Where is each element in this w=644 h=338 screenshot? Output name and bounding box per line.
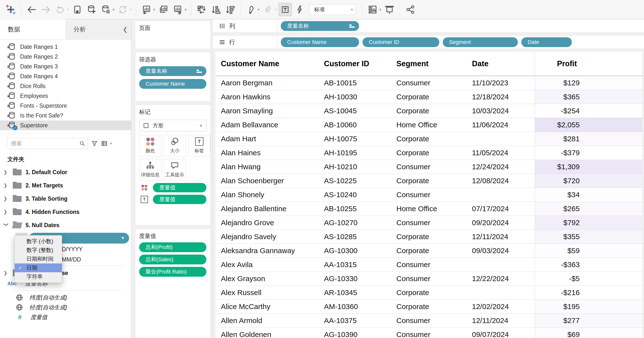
cell-customer-id[interactable]: AH-10030 [318,90,391,104]
datasource-item[interactable]: ✓ Fonts - Superstore [0,101,131,111]
vertical-scrollbar[interactable] [643,52,644,338]
pages-card[interactable]: 页面 [135,20,210,49]
cell-customer-name[interactable]: Aleksandra Gannaway [216,244,318,258]
rows-shelf[interactable]: 行 Customer Name Customer ID Segment Date [212,36,644,49]
collapse-pane-icon[interactable]: ❮ [123,26,128,33]
cell-customer-id[interactable]: AA-10315 [318,258,391,272]
cell-customer-id[interactable]: AH-10075 [318,132,391,146]
show-me-dropdown-caret[interactable]: ▾ [380,7,382,12]
cell-customer-id[interactable]: AS-10285 [318,230,391,244]
new-worksheet-button[interactable] [140,3,153,16]
clear-dropdown-caret[interactable]: ▾ [184,7,186,12]
cell-date[interactable]: 11/10/2023 [466,76,535,90]
table-row[interactable]: Aaron Bergman AB-10015 Consumer 11/10/20… [216,76,643,90]
share-button[interactable] [404,3,417,16]
table-row[interactable]: Adam Bellavance AB-10060 Home Office 11/… [216,118,643,132]
rows-pill-segment[interactable]: Segment [443,37,518,47]
cell-profit[interactable]: $129 [535,76,642,90]
duplicate-button[interactable] [157,3,170,16]
table-row[interactable]: Alex Grayson AG-10330 Consumer 12/22/202… [216,272,643,286]
measure-values-card[interactable]: 度量值 总和(Profit) 总和(Sales) 聚合(Profit Ratio… [135,229,210,338]
undo-button[interactable] [25,3,38,16]
cell-profit[interactable]: $277 [535,314,642,328]
cell-date[interactable]: 12/22/2024 [466,272,535,286]
cell-segment[interactable]: Home Office [391,118,466,132]
swap-axes-button[interactable] [195,3,208,16]
table-row[interactable]: Adam Hart AH-10075 Corporate $281 [216,132,643,146]
tab-analytics[interactable]: 分析 [66,19,131,39]
table-row[interactable]: Alejandro Ballentine AB-10255 Home Offic… [216,202,643,216]
cell-customer-id[interactable]: AH-10195 [318,146,391,160]
cell-customer-id[interactable]: AS-10225 [318,174,391,188]
cell-segment[interactable]: Corporate [391,104,466,118]
cell-customer-id[interactable]: AR-10345 [318,286,391,300]
cell-profit[interactable]: $355 [535,230,642,244]
cell-date[interactable] [466,132,535,146]
cell-date[interactable]: 11/05/2024 [466,146,535,160]
cell-date[interactable] [466,188,535,202]
cell-segment[interactable]: Consumer [391,272,466,286]
cell-customer-name[interactable]: Alejandro Grove [216,216,318,230]
cell-customer-name[interactable]: Alan Hwang [216,160,318,174]
mark-type-dropdown[interactable]: 方形 ▼ [139,120,206,131]
cell-segment[interactable]: Home Office [391,202,466,216]
datasource-item[interactable]: ✓ Date Ranges 2 [0,52,131,61]
rows-pill-customer-id[interactable]: Customer ID [362,37,439,47]
cell-customer-name[interactable]: Alejandro Savely [216,230,318,244]
expand-chevron-icon[interactable]: ❯ [4,209,9,215]
cell-profit[interactable]: $720 [535,174,642,188]
pause-dropdown-caret[interactable]: ▾ [113,7,114,12]
pill-sum-sales[interactable]: 总和(Sales) [139,255,206,264]
pill-dropdown-caret[interactable]: ▼ [121,236,125,240]
cell-date[interactable]: 11/06/2024 [466,118,535,132]
fit-mode-dropdown[interactable]: 标准 ▾ [310,4,356,15]
table-row[interactable]: Aaron Hawkins AH-10030 Corporate 12/18/2… [216,90,643,104]
cell-profit[interactable]: $59 [535,244,642,258]
table-row[interactable]: Alex Avila AA-10315 Consumer -$363 [216,258,643,272]
filter-fields-icon[interactable] [91,140,98,147]
show-me-button[interactable] [366,3,379,16]
tab-data[interactable]: 数据 [0,19,66,39]
cell-profit[interactable]: $195 [535,300,642,314]
menu-item[interactable]: ✓ 日期 [15,264,62,272]
fix-axes-button[interactable] [293,3,306,16]
highlight-button[interactable] [244,3,257,16]
color-button[interactable]: 颜色 [139,135,161,156]
header-profit[interactable]: Profit [535,52,642,75]
cell-profit[interactable]: $365 [535,90,642,104]
cell-profit[interactable]: $1,309 [535,160,642,174]
table-row[interactable]: Aleksandra Gannaway AG-10300 Corporate 0… [216,244,643,258]
marks-pill-measure-values-label[interactable]: 度量值 [153,195,206,204]
folder-row[interactable]: ❯ 3. Table Sorting [0,192,131,205]
header-date[interactable]: Date [466,52,535,75]
size-button[interactable]: 大小 [164,135,186,156]
cell-profit[interactable]: $265 [535,202,642,216]
cell-customer-name[interactable]: Alan Schoenberger [216,174,318,188]
sort-ascending-button[interactable] [209,3,222,16]
header-customer-name[interactable]: Customer Name [216,52,318,75]
datasource-item[interactable]: ✓ Date Ranges 1 [0,42,131,52]
menu-item[interactable]: ✓ 字符串 [15,272,62,281]
cell-customer-name[interactable]: Allen Goldenen [216,328,318,338]
cell-date[interactable]: 09/20/2024 [466,216,535,230]
datasource-item[interactable]: ✓ Employees [0,91,131,101]
cell-segment[interactable]: Corporate [391,90,466,104]
measure-values-field-row[interactable]: # 度量值 [0,312,131,322]
cell-segment[interactable]: Consumer [391,216,466,230]
datasource-item[interactable]: ✓ Is the Font Safe? [0,111,131,120]
cell-customer-id[interactable]: AS-10240 [318,188,391,202]
sort-descending-button[interactable] [224,3,236,16]
new-worksheet-dropdown-caret[interactable]: ▾ [154,7,155,12]
cell-customer-id[interactable]: AM-10360 [318,300,391,314]
table-row[interactable]: Alan Haines AH-10195 Corporate 11/05/202… [216,146,643,160]
cell-date[interactable]: 12/18/2024 [466,90,535,104]
label-button[interactable]: T 标签 [188,135,210,156]
cell-segment[interactable]: Consumer [391,314,466,328]
filters-card[interactable]: 筛选器 度量名称 Customer Name [135,52,210,101]
cell-date[interactable]: 12/11/2024 [466,314,535,328]
cell-profit[interactable]: -$363 [535,258,642,272]
folder-row[interactable]: ❯ 2. Met Targets [0,179,131,192]
folder-row[interactable]: ❯ 1. Default Color [0,166,131,179]
table-row[interactable]: Alejandro Grove AG-10270 Consumer 09/20/… [216,216,643,230]
pill-sum-profit[interactable]: 总和(Profit) [139,242,206,252]
